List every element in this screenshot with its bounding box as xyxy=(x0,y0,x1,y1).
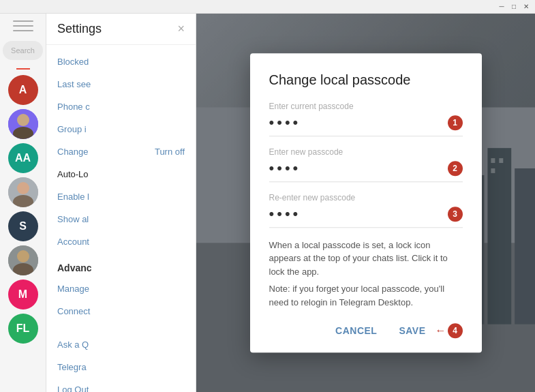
settings-item-blocked[interactable]: Blocked xyxy=(46,50,196,73)
settings-item-change[interactable]: Change Turn off xyxy=(46,140,196,163)
app-container: Search A AA S M FL Settings × Blocked La… xyxy=(0,14,535,392)
settings-change-label: Change xyxy=(57,147,89,157)
save-button[interactable]: SAVE xyxy=(393,322,431,339)
settings-header: Settings × xyxy=(46,14,196,45)
window-close-button[interactable]: ✕ xyxy=(520,1,532,13)
settings-item-autolo[interactable]: Auto-Lo xyxy=(46,163,196,185)
settings-item-account[interactable]: Account xyxy=(46,230,196,253)
field2-label: Enter new passcode xyxy=(269,147,463,157)
hamburger-line-3 xyxy=(13,30,33,31)
settings-item-lastseen[interactable]: Last see xyxy=(46,73,196,95)
settings-advanced-header: Advanc xyxy=(46,253,196,277)
field3-label: Re-enter new passcode xyxy=(269,193,463,202)
step-badge-3: 3 xyxy=(448,207,463,222)
svg-point-1 xyxy=(17,114,29,126)
avatar-a[interactable]: A xyxy=(8,75,38,105)
settings-item-telegram[interactable]: Telegra xyxy=(46,356,196,378)
change-passcode-dialog: Change local passcode Enter current pass… xyxy=(250,53,482,353)
avatar-fl[interactable]: FL xyxy=(8,314,38,344)
settings-item-enable[interactable]: Enable l xyxy=(46,185,196,208)
settings-item-connect[interactable]: Connect xyxy=(46,300,196,322)
minimize-button[interactable]: ─ xyxy=(495,1,508,13)
sidebar-left: Search A AA S M FL xyxy=(0,14,46,392)
arrow-icon: ← xyxy=(435,325,446,337)
avatar-aa[interactable]: AA xyxy=(8,143,38,173)
field1-value[interactable]: •••• xyxy=(269,114,448,132)
settings-list: Blocked Last see Phone c Group i Change … xyxy=(46,45,196,392)
field3-value[interactable]: •••• xyxy=(269,205,448,223)
hamburger-line-1 xyxy=(13,20,33,22)
settings-close-icon[interactable]: × xyxy=(177,22,185,36)
avatar-m[interactable]: M xyxy=(8,280,38,310)
avatar-photo1[interactable] xyxy=(8,109,38,139)
turn-off-link[interactable]: Turn off xyxy=(155,147,185,157)
settings-item-phone[interactable]: Phone c xyxy=(46,95,196,118)
red-line xyxy=(16,68,30,70)
field1-row: •••• 1 xyxy=(269,114,463,136)
search-bar[interactable]: Search xyxy=(3,41,43,60)
hamburger-icon[interactable] xyxy=(13,19,33,33)
info-text-1: When a local passcode is set, a lock ico… xyxy=(269,239,463,279)
settings-item-showall[interactable]: Show al xyxy=(46,208,196,230)
dialog-footer: CANCEL SAVE ← 4 xyxy=(269,322,463,339)
settings-panel: Settings × Blocked Last see Phone c Grou… xyxy=(46,14,196,392)
settings-item-logout[interactable]: Log Out xyxy=(46,378,196,392)
window-chrome: ─ □ ✕ xyxy=(0,0,535,14)
step-badge-4: 4 xyxy=(448,323,463,338)
field2-row: •••• 2 xyxy=(269,160,463,182)
avatar-s[interactable]: S xyxy=(8,211,38,241)
avatar-photo2[interactable] xyxy=(8,177,38,207)
field2-value[interactable]: •••• xyxy=(269,160,448,177)
info-text-2: Note: if you forget your local passcode,… xyxy=(269,282,463,309)
dialog-title: Change local passcode xyxy=(269,72,463,88)
step-badge-2: 2 xyxy=(448,161,463,176)
cancel-button[interactable]: CANCEL xyxy=(330,322,382,339)
settings-item-group[interactable]: Group i xyxy=(46,118,196,140)
maximize-button[interactable]: □ xyxy=(508,1,520,13)
hamburger-line-2 xyxy=(13,25,33,27)
settings-title: Settings xyxy=(57,22,102,36)
settings-item-ask[interactable]: Ask a Q xyxy=(46,333,196,356)
step-badge-1: 1 xyxy=(448,115,463,130)
right-background: Change local passcode Enter current pass… xyxy=(196,14,535,392)
settings-item-manage[interactable]: Manage xyxy=(46,277,196,300)
svg-point-7 xyxy=(17,250,29,262)
field1-label: Enter current passcode xyxy=(269,102,463,111)
field3-row: •••• 3 xyxy=(269,205,463,228)
search-placeholder: Search xyxy=(11,46,35,55)
svg-point-4 xyxy=(17,182,29,194)
avatar-photo3[interactable] xyxy=(8,245,38,275)
